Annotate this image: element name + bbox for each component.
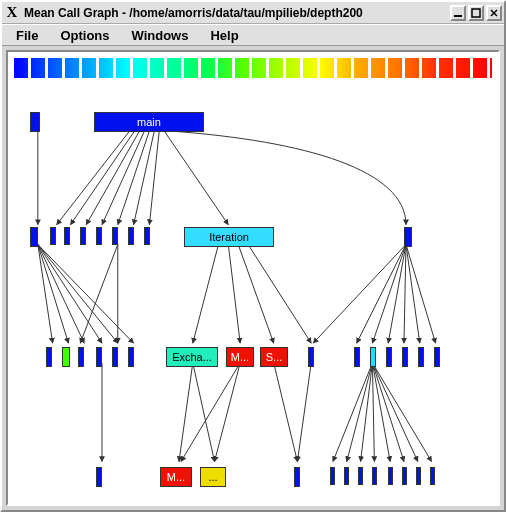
- svg-line-8: [102, 131, 144, 225]
- node-l1-b3[interactable]: [80, 227, 86, 245]
- svg-line-24: [248, 244, 311, 343]
- svg-line-40: [347, 363, 373, 462]
- node-l3-r7[interactable]: [416, 467, 421, 485]
- node-l3-r8[interactable]: [430, 467, 435, 485]
- svg-rect-0: [454, 15, 462, 17]
- menu-windows[interactable]: Windows: [122, 26, 199, 45]
- svg-line-19: [80, 244, 118, 343]
- node-iteration[interactable]: Iteration: [184, 227, 274, 247]
- svg-line-42: [372, 363, 374, 462]
- node-l2-a5[interactable]: [112, 347, 118, 367]
- graph-canvas[interactable]: main Iteration Excha... M... S...: [6, 50, 500, 506]
- node-m2-label: M...: [165, 471, 187, 483]
- svg-line-38: [297, 363, 311, 462]
- svg-line-35: [181, 363, 240, 462]
- node-l1-b7[interactable]: [144, 227, 150, 245]
- svg-line-39: [333, 363, 372, 462]
- svg-line-5: [57, 131, 130, 225]
- node-l2-a6[interactable]: [128, 347, 134, 367]
- node-l2-r4[interactable]: [402, 347, 408, 367]
- svg-rect-1: [472, 9, 480, 17]
- node-l3-r1[interactable]: [330, 467, 335, 485]
- node-l3-r4[interactable]: [372, 467, 377, 485]
- svg-line-22: [228, 244, 240, 343]
- node-l2-r1[interactable]: [354, 347, 360, 367]
- node-l2-r2[interactable]: [370, 347, 376, 367]
- node-s1[interactable]: S...: [260, 347, 288, 367]
- menubar: File Options Windows Help: [2, 24, 504, 46]
- node-s1-label: S...: [264, 351, 285, 363]
- svg-line-11: [149, 131, 159, 225]
- svg-line-27: [372, 244, 406, 343]
- svg-line-30: [406, 244, 420, 343]
- svg-line-7: [86, 131, 139, 225]
- svg-line-31: [406, 244, 436, 343]
- node-l1-b2[interactable]: [64, 227, 70, 245]
- node-m1[interactable]: M...: [226, 347, 254, 367]
- svg-line-36: [215, 363, 241, 462]
- menu-options[interactable]: Options: [50, 26, 119, 45]
- svg-line-21: [193, 244, 219, 343]
- node-l2-a4[interactable]: [96, 347, 102, 367]
- window-title: Mean Call Graph - /home/amorris/data/tau…: [24, 6, 450, 20]
- node-l3-left[interactable]: [96, 467, 102, 487]
- maximize-button[interactable]: [468, 5, 484, 21]
- svg-line-10: [134, 131, 155, 225]
- svg-line-18: [38, 244, 134, 343]
- node-l1-b5[interactable]: [112, 227, 118, 245]
- node-l3-r2[interactable]: [344, 467, 349, 485]
- svg-line-44: [372, 363, 404, 462]
- titlebar[interactable]: X Mean Call Graph - /home/amorris/data/t…: [2, 2, 504, 24]
- node-l1-b1[interactable]: [50, 227, 56, 245]
- svg-line-23: [238, 244, 274, 343]
- node-root-tick[interactable]: [30, 112, 40, 132]
- close-icon: [489, 8, 499, 18]
- node-l1-r[interactable]: [404, 227, 412, 247]
- node-m1-label: M...: [229, 351, 251, 363]
- node-l3-mid[interactable]: [294, 467, 300, 487]
- node-excha[interactable]: Excha...: [166, 347, 218, 367]
- node-excha-label: Excha...: [170, 351, 214, 363]
- node-l2-a2[interactable]: [62, 347, 70, 367]
- minimize-button[interactable]: [450, 5, 466, 21]
- svg-line-13: [38, 244, 53, 343]
- svg-line-25: [313, 244, 406, 343]
- svg-line-14: [38, 244, 69, 343]
- svg-line-28: [388, 244, 406, 343]
- node-l1-b4[interactable]: [96, 227, 102, 245]
- node-y1-label: ...: [206, 471, 219, 483]
- node-l3-r3[interactable]: [358, 467, 363, 485]
- node-l2-a1[interactable]: [46, 347, 52, 367]
- node-l2-mid[interactable]: [308, 347, 314, 367]
- node-l1-b6[interactable]: [128, 227, 134, 245]
- svg-line-43: [372, 363, 390, 462]
- color-spectrum: [14, 58, 492, 78]
- node-l2-r3[interactable]: [386, 347, 392, 367]
- menu-file[interactable]: File: [6, 26, 48, 45]
- svg-line-12: [164, 131, 228, 225]
- node-m2[interactable]: M...: [160, 467, 192, 487]
- node-l2-a3[interactable]: [78, 347, 84, 367]
- node-l2-r5[interactable]: [418, 347, 424, 367]
- close-button[interactable]: [486, 5, 502, 21]
- node-l3-r5[interactable]: [388, 467, 393, 485]
- node-iteration-label: Iteration: [207, 231, 251, 243]
- svg-line-33: [179, 363, 193, 462]
- svg-line-15: [38, 244, 84, 343]
- app-icon: X: [4, 5, 20, 21]
- svg-line-45: [372, 363, 417, 462]
- menu-help[interactable]: Help: [200, 26, 248, 45]
- node-l3-r6[interactable]: [402, 467, 407, 485]
- maximize-icon: [471, 8, 481, 18]
- svg-line-29: [404, 244, 406, 343]
- node-y1[interactable]: ...: [200, 467, 226, 487]
- graph-edges: [8, 52, 498, 504]
- node-main[interactable]: main: [94, 112, 204, 132]
- svg-line-17: [38, 244, 118, 343]
- svg-line-6: [70, 131, 134, 225]
- svg-line-34: [193, 363, 215, 462]
- node-l1-a[interactable]: [30, 227, 38, 247]
- svg-line-26: [357, 244, 406, 343]
- node-l2-r6[interactable]: [434, 347, 440, 367]
- svg-line-37: [274, 363, 298, 462]
